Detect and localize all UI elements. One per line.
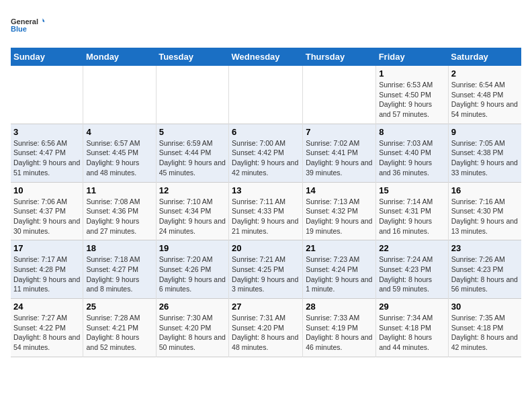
day-info: Sunrise: 7:27 AMSunset: 4:22 PMDaylight:… <box>13 313 80 353</box>
weekday-header-row: SundayMondayTuesdayWednesdayThursdayFrid… <box>11 48 521 66</box>
weekday-header-saturday: Saturday <box>448 48 521 66</box>
day-info: Sunrise: 7:31 AMSunset: 4:20 PMDaylight:… <box>232 313 300 353</box>
day-number: 10 <box>13 185 80 195</box>
calendar-cell <box>229 66 303 124</box>
day-info: Sunrise: 7:35 AMSunset: 4:18 PMDaylight:… <box>451 313 519 353</box>
calendar-week-2: 3Sunrise: 6:56 AMSunset: 4:47 PMDaylight… <box>11 124 521 182</box>
day-number: 30 <box>451 302 519 312</box>
day-info: Sunrise: 6:56 AMSunset: 4:47 PMDaylight:… <box>13 138 80 178</box>
day-number: 12 <box>159 185 226 195</box>
day-number: 24 <box>13 302 80 312</box>
day-number: 14 <box>306 185 373 195</box>
day-info: Sunrise: 7:17 AMSunset: 4:28 PMDaylight:… <box>13 255 80 294</box>
calendar-cell: 6Sunrise: 7:00 AMSunset: 4:42 PMDaylight… <box>229 124 303 182</box>
day-info: Sunrise: 7:03 AMSunset: 4:40 PMDaylight:… <box>379 138 445 178</box>
day-info: Sunrise: 7:11 AMSunset: 4:33 PMDaylight:… <box>232 197 300 236</box>
calendar-cell: 20Sunrise: 7:21 AMSunset: 4:25 PMDayligh… <box>229 240 303 299</box>
day-number: 1 <box>379 68 445 79</box>
day-info: Sunrise: 7:10 AMSunset: 4:34 PMDaylight:… <box>159 197 226 236</box>
calendar-table: SundayMondayTuesdayWednesdayThursdayFrid… <box>11 48 521 357</box>
calendar-cell: 1Sunrise: 6:53 AMSunset: 4:50 PMDaylight… <box>376 66 449 124</box>
calendar-cell: 13Sunrise: 7:11 AMSunset: 4:33 PMDayligh… <box>229 182 303 240</box>
svg-text:Blue: Blue <box>11 25 27 33</box>
day-number: 3 <box>13 127 80 137</box>
calendar-cell: 4Sunrise: 6:57 AMSunset: 4:45 PMDaylight… <box>83 124 156 182</box>
calendar-cell: 23Sunrise: 7:26 AMSunset: 4:23 PMDayligh… <box>448 240 521 299</box>
weekday-header-tuesday: Tuesday <box>156 48 228 66</box>
calendar-cell: 14Sunrise: 7:13 AMSunset: 4:32 PMDayligh… <box>303 182 376 240</box>
day-info: Sunrise: 7:00 AMSunset: 4:42 PMDaylight:… <box>232 138 300 178</box>
weekday-header-wednesday: Wednesday <box>229 48 303 66</box>
calendar-cell <box>156 66 228 124</box>
day-number: 23 <box>451 243 519 253</box>
day-number: 4 <box>86 127 152 137</box>
calendar-body: 1Sunrise: 6:53 AMSunset: 4:50 PMDaylight… <box>11 66 521 357</box>
day-number: 27 <box>232 302 300 312</box>
day-info: Sunrise: 7:28 AMSunset: 4:21 PMDaylight:… <box>86 313 152 353</box>
header: General Blue <box>11 11 521 41</box>
day-info: Sunrise: 6:54 AMSunset: 4:48 PMDaylight:… <box>451 80 519 120</box>
day-number: 22 <box>379 243 445 253</box>
day-info: Sunrise: 7:30 AMSunset: 4:20 PMDaylight:… <box>159 313 226 353</box>
calendar-cell: 19Sunrise: 7:20 AMSunset: 4:26 PMDayligh… <box>156 240 228 299</box>
calendar-cell: 5Sunrise: 6:59 AMSunset: 4:44 PMDaylight… <box>156 124 228 182</box>
day-info: Sunrise: 7:16 AMSunset: 4:30 PMDaylight:… <box>451 197 519 236</box>
calendar-week-3: 10Sunrise: 7:06 AMSunset: 4:37 PMDayligh… <box>11 182 521 240</box>
calendar-week-1: 1Sunrise: 6:53 AMSunset: 4:50 PMDaylight… <box>11 66 521 124</box>
day-info: Sunrise: 7:02 AMSunset: 4:41 PMDaylight:… <box>306 138 373 178</box>
calendar-cell: 12Sunrise: 7:10 AMSunset: 4:34 PMDayligh… <box>156 182 228 240</box>
day-info: Sunrise: 7:05 AMSunset: 4:38 PMDaylight:… <box>451 138 519 178</box>
day-number: 18 <box>86 243 152 253</box>
calendar-cell: 8Sunrise: 7:03 AMSunset: 4:40 PMDaylight… <box>376 124 449 182</box>
calendar-cell <box>11 66 83 124</box>
calendar-cell: 21Sunrise: 7:23 AMSunset: 4:24 PMDayligh… <box>303 240 376 299</box>
calendar-cell: 22Sunrise: 7:24 AMSunset: 4:23 PMDayligh… <box>376 240 449 299</box>
day-number: 2 <box>451 68 519 79</box>
logo-svg: General Blue <box>11 11 44 41</box>
day-number: 7 <box>306 127 373 137</box>
day-number: 29 <box>379 302 445 312</box>
calendar-cell: 11Sunrise: 7:08 AMSunset: 4:36 PMDayligh… <box>83 182 156 240</box>
calendar-cell: 27Sunrise: 7:31 AMSunset: 4:20 PMDayligh… <box>229 299 303 357</box>
day-number: 28 <box>306 302 373 312</box>
day-info: Sunrise: 6:53 AMSunset: 4:50 PMDaylight:… <box>379 80 445 120</box>
calendar-cell: 30Sunrise: 7:35 AMSunset: 4:18 PMDayligh… <box>448 299 521 357</box>
calendar-cell: 29Sunrise: 7:34 AMSunset: 4:18 PMDayligh… <box>376 299 449 357</box>
day-number: 17 <box>13 243 80 253</box>
day-number: 5 <box>159 127 226 137</box>
day-info: Sunrise: 6:59 AMSunset: 4:44 PMDaylight:… <box>159 138 226 178</box>
day-number: 8 <box>379 127 445 137</box>
calendar-cell: 24Sunrise: 7:27 AMSunset: 4:22 PMDayligh… <box>11 299 83 357</box>
day-info: Sunrise: 7:08 AMSunset: 4:36 PMDaylight:… <box>86 197 152 236</box>
day-number: 25 <box>86 302 152 312</box>
logo: General Blue <box>11 11 44 41</box>
calendar-cell: 3Sunrise: 6:56 AMSunset: 4:47 PMDaylight… <box>11 124 83 182</box>
calendar-cell <box>303 66 376 124</box>
weekday-header-monday: Monday <box>83 48 156 66</box>
calendar-cell: 28Sunrise: 7:33 AMSunset: 4:19 PMDayligh… <box>303 299 376 357</box>
day-info: Sunrise: 7:21 AMSunset: 4:25 PMDaylight:… <box>232 255 300 294</box>
calendar-cell: 15Sunrise: 7:14 AMSunset: 4:31 PMDayligh… <box>376 182 449 240</box>
svg-marker-2 <box>43 18 45 24</box>
calendar-cell: 16Sunrise: 7:16 AMSunset: 4:30 PMDayligh… <box>448 182 521 240</box>
calendar-cell: 10Sunrise: 7:06 AMSunset: 4:37 PMDayligh… <box>11 182 83 240</box>
day-number: 15 <box>379 185 445 195</box>
calendar-cell: 7Sunrise: 7:02 AMSunset: 4:41 PMDaylight… <box>303 124 376 182</box>
day-info: Sunrise: 7:26 AMSunset: 4:23 PMDaylight:… <box>451 255 519 294</box>
day-info: Sunrise: 7:06 AMSunset: 4:37 PMDaylight:… <box>13 197 80 236</box>
day-info: Sunrise: 7:13 AMSunset: 4:32 PMDaylight:… <box>306 197 373 236</box>
day-info: Sunrise: 7:18 AMSunset: 4:27 PMDaylight:… <box>86 255 152 294</box>
calendar-cell: 2Sunrise: 6:54 AMSunset: 4:48 PMDaylight… <box>448 66 521 124</box>
calendar-header: SundayMondayTuesdayWednesdayThursdayFrid… <box>11 48 521 66</box>
day-info: Sunrise: 7:33 AMSunset: 4:19 PMDaylight:… <box>306 313 373 353</box>
calendar-cell: 18Sunrise: 7:18 AMSunset: 4:27 PMDayligh… <box>83 240 156 299</box>
calendar-cell: 9Sunrise: 7:05 AMSunset: 4:38 PMDaylight… <box>448 124 521 182</box>
calendar-week-4: 17Sunrise: 7:17 AMSunset: 4:28 PMDayligh… <box>11 240 521 299</box>
day-number: 21 <box>306 243 373 253</box>
day-info: Sunrise: 6:57 AMSunset: 4:45 PMDaylight:… <box>86 138 152 178</box>
calendar-cell: 26Sunrise: 7:30 AMSunset: 4:20 PMDayligh… <box>156 299 228 357</box>
day-info: Sunrise: 7:23 AMSunset: 4:24 PMDaylight:… <box>306 255 373 294</box>
day-number: 26 <box>159 302 226 312</box>
day-number: 19 <box>159 243 226 253</box>
day-info: Sunrise: 7:24 AMSunset: 4:23 PMDaylight:… <box>379 255 445 294</box>
